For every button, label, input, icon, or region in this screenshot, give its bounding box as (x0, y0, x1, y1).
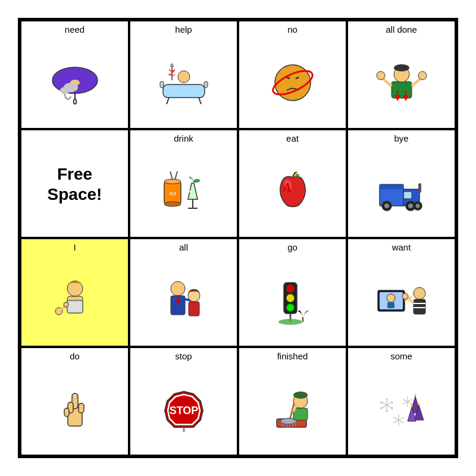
svg-point-76 (387, 294, 395, 302)
svg-rect-43 (403, 192, 412, 199)
cell-label-eat: eat (286, 134, 299, 144)
cell-no[interactable]: no (238, 20, 347, 129)
cell-bye[interactable]: bye (347, 129, 456, 238)
svg-marker-126 (414, 393, 416, 396)
svg-rect-89 (64, 408, 69, 416)
svg-text:A: A (281, 180, 292, 195)
cell-all[interactable]: all (129, 238, 238, 347)
cell-label-help: help (175, 25, 192, 35)
svg-point-72 (278, 319, 302, 325)
svg-rect-80 (414, 299, 425, 314)
free-space-label: FreeSpace! (48, 164, 102, 204)
svg-point-39 (192, 187, 193, 188)
cell-icon-finished (242, 364, 343, 453)
cell-drink[interactable]: drink OJ (129, 129, 238, 238)
svg-point-47 (384, 203, 389, 208)
svg-point-24 (418, 71, 427, 80)
cell-go[interactable]: go (238, 238, 347, 347)
cell-icon-bye (350, 146, 452, 235)
svg-point-79 (414, 287, 425, 299)
cell-icon-drink: OJ (133, 146, 234, 235)
svg-point-31 (164, 202, 181, 206)
svg-line-100 (287, 423, 287, 428)
cell-some[interactable]: some (347, 347, 456, 456)
svg-line-34 (175, 171, 177, 180)
svg-point-20 (394, 64, 409, 71)
svg-rect-52 (418, 183, 421, 193)
cell-label-do: do (70, 352, 80, 362)
svg-point-38 (193, 194, 195, 196)
cell-label-drink: drink (174, 134, 193, 144)
svg-point-10 (178, 71, 190, 83)
cell-icon-i (24, 255, 126, 344)
svg-point-4 (60, 87, 70, 94)
svg-point-49 (408, 203, 413, 208)
cell-label-finished: finished (277, 352, 308, 362)
cell-icon-do (24, 364, 126, 453)
svg-line-8 (167, 98, 169, 104)
svg-point-84 (402, 293, 408, 299)
cell-label-i: I (73, 243, 76, 253)
svg-line-33 (170, 171, 173, 180)
cell-icon-need (24, 37, 126, 126)
svg-marker-127 (418, 402, 420, 405)
cell-icon-all (133, 255, 234, 344)
svg-point-116 (391, 401, 393, 403)
cell-icon-want (350, 255, 452, 344)
svg-point-51 (415, 203, 419, 208)
svg-point-30 (164, 179, 181, 184)
cell-label-some: some (390, 352, 412, 362)
svg-point-114 (391, 407, 393, 409)
cell-need[interactable]: need (20, 20, 129, 129)
svg-rect-55 (67, 300, 83, 313)
svg-point-68 (286, 294, 295, 302)
svg-point-115 (380, 407, 383, 409)
svg-point-23 (377, 71, 385, 80)
cell-free-space[interactable]: FreeSpace! (20, 129, 129, 238)
svg-rect-7 (204, 82, 208, 87)
svg-point-105 (293, 392, 308, 399)
svg-text:OJ: OJ (169, 191, 176, 196)
svg-point-70 (287, 305, 293, 311)
cell-icon-no (242, 37, 343, 126)
cell-label-stop: stop (175, 352, 192, 362)
svg-rect-106 (293, 408, 308, 420)
cell-icon-help (133, 37, 234, 126)
svg-rect-65 (189, 302, 199, 316)
svg-rect-18 (392, 82, 412, 98)
cell-all-done[interactable]: all done (347, 20, 456, 129)
cell-label-need: need (65, 25, 84, 35)
cell-icon-stop: STOP (133, 364, 234, 453)
svg-rect-5 (163, 84, 205, 98)
svg-point-59 (64, 302, 68, 307)
cell-stop[interactable]: stop STOP (129, 347, 238, 456)
svg-point-60 (171, 281, 185, 296)
svg-rect-45 (380, 184, 403, 189)
cell-label-all: all (179, 243, 188, 253)
cell-do[interactable]: do (20, 347, 129, 456)
cell-help[interactable]: help (129, 20, 238, 129)
cell-finished[interactable]: finished (238, 347, 347, 456)
cell-label-want: want (392, 243, 411, 253)
bingo-board: need help (18, 18, 458, 458)
cell-label-bye: bye (394, 134, 408, 144)
cell-icon-some (350, 364, 452, 453)
svg-point-37 (189, 190, 192, 193)
svg-rect-77 (387, 302, 394, 308)
cell-eat[interactable]: eat A (238, 129, 347, 238)
cell-label-go: go (287, 243, 298, 253)
svg-text:STOP: STOP (169, 405, 198, 416)
svg-point-112 (386, 410, 388, 412)
cell-label-no: no (287, 25, 298, 35)
svg-rect-88 (79, 403, 84, 413)
cell-icon-go (242, 255, 343, 344)
cell-icon-all-done (350, 37, 452, 126)
svg-point-111 (386, 398, 388, 400)
cell-label-all-done: all done (386, 25, 417, 35)
svg-point-113 (380, 401, 383, 403)
cell-icon-eat: A (242, 146, 343, 235)
cell-want[interactable]: want (347, 238, 456, 347)
cell-i[interactable]: I (20, 238, 129, 347)
svg-line-9 (199, 98, 201, 104)
svg-point-67 (286, 284, 295, 293)
